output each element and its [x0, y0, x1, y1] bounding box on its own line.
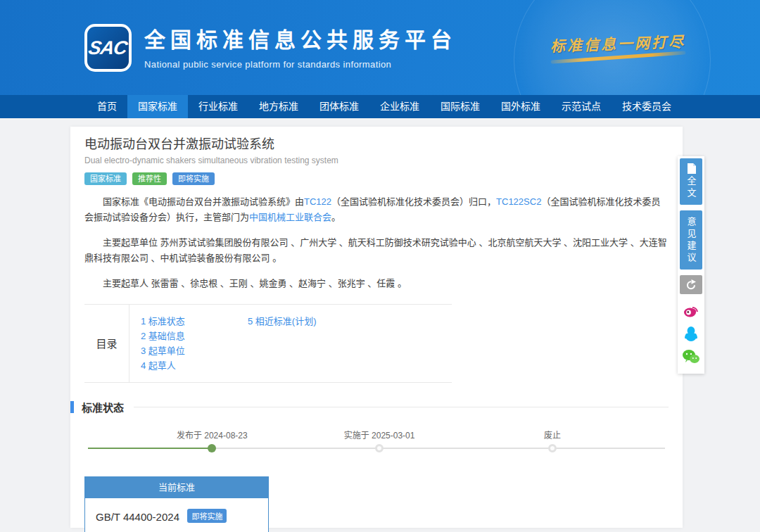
- paragraph-authority: 国家标准《电动振动台双台并激振动试验系统》由TC122（全国试验机标准化技术委员…: [84, 194, 669, 226]
- main-nav: 首页国家标准行业标准地方标准团体标准企业标准国际标准国外标准示范试点技术委员会: [0, 95, 760, 118]
- current-standard-body: GB/T 44400-2024 即将实施 电动振动台双台并激振动试验系统: [85, 498, 268, 532]
- document-icon: [687, 163, 696, 174]
- site-titles: 全国标准信息公共服务平台 National public service pla…: [144, 28, 457, 70]
- catalog-link-4[interactable]: 4 起草人: [141, 358, 248, 373]
- paragraph-drafting-units: 主要起草单位 苏州苏试试验集团股份有限公司 、广州大学 、航天科工防御技术研究试…: [84, 235, 669, 267]
- catalog-link-2[interactable]: 2 基础信息: [141, 329, 248, 343]
- text-segment: 国家标准《电动振动台双台并激振动试验系统》由: [103, 196, 304, 207]
- current-standard-header: 当前标准: [85, 477, 268, 498]
- timeline-node-1: [208, 444, 216, 452]
- tag-national-standard: 国家标准: [84, 172, 127, 185]
- sac-logo-text: SAC: [87, 37, 129, 59]
- side-toolbar: 全文 意见建议: [678, 156, 704, 374]
- section-standard-status: 标准状态: [70, 400, 669, 414]
- nav-item-local-standards[interactable]: 地方标准: [248, 95, 309, 118]
- timeline-label-1: 发布于 2024-08-23: [177, 429, 248, 441]
- content-card: 电动振动台双台并激振动试验系统 Dual electro-dynamic sha…: [70, 127, 683, 528]
- tag-to-be-implemented: 即将实施: [172, 172, 215, 185]
- standard-tags: 国家标准推荐性即将实施: [84, 172, 669, 185]
- text-segment: 。: [331, 212, 341, 222]
- sac-logo-mark: SAC: [87, 27, 129, 69]
- catalog-link-1[interactable]: 1 标准状态: [141, 314, 248, 329]
- text-segment: （全国试验机标准化技术委员会）归口，: [331, 196, 496, 207]
- nav-item-international-standards[interactable]: 国际标准: [430, 95, 490, 118]
- site-title: 全国标准信息公共服务平台: [144, 28, 457, 53]
- section-marker: [70, 401, 74, 413]
- status-timeline: 发布于 2024-08-23实施于 2025-03-01废止: [88, 426, 665, 461]
- catalog-links: 1 标准状态2 基础信息3 起草单位4 起草人5 相近标准(计划): [129, 305, 452, 382]
- nav-item-national-standards[interactable]: 国家标准: [127, 95, 188, 118]
- feedback-label: 意见建议: [685, 217, 698, 265]
- weibo-icon[interactable]: [682, 300, 701, 319]
- timeline-label-3: 废止: [544, 429, 561, 441]
- implementation-badge: 即将实施: [187, 509, 227, 523]
- timeline-node-3: [548, 444, 557, 452]
- header-slogan: 标准信息一网打尽: [550, 30, 685, 62]
- catalog-box: 目录 1 标准状态2 基础信息3 起草单位4 起草人5 相近标准(计划): [84, 304, 452, 383]
- nav-item-group-standards[interactable]: 团体标准: [309, 95, 369, 118]
- section-title: 标准状态: [82, 400, 124, 414]
- link-TC122SC2[interactable]: TC122SC2: [496, 196, 541, 207]
- timeline-progress: [88, 448, 212, 449]
- section-divider: [134, 407, 669, 407]
- share-button[interactable]: [680, 275, 702, 294]
- share-icon: [685, 279, 697, 290]
- standard-title-cn: 电动振动台双台并激振动试验系统: [84, 134, 669, 152]
- nav-item-enterprise-standards[interactable]: 企业标准: [369, 95, 430, 118]
- standard-code: GB/T 44400-2024: [96, 511, 179, 523]
- tag-recommended: 推荐性: [132, 172, 167, 185]
- standard-title-en: Dual electro-dynamic shakers simultaneou…: [84, 156, 669, 165]
- fulltext-button[interactable]: 全文: [680, 158, 702, 205]
- nav-item-demonstration-pilot[interactable]: 示范试点: [551, 95, 612, 118]
- site-subtitle: National public service platform for sta…: [144, 59, 457, 70]
- timeline-label-2: 实施于 2025-03-01: [344, 429, 415, 441]
- site-header: SAC 全国标准信息公共服务平台 National public service…: [0, 0, 760, 95]
- catalog-column-2: 5 相近标准(计划): [248, 314, 355, 373]
- wechat-icon[interactable]: [682, 347, 701, 366]
- feedback-button[interactable]: 意见建议: [680, 210, 702, 270]
- catalog-column-1: 1 标准状态2 基础信息3 起草单位4 起草人: [141, 314, 248, 373]
- fulltext-label: 全文: [685, 176, 698, 200]
- catalog-label: 目录: [84, 305, 129, 382]
- catalog-link-3[interactable]: 3 起草单位: [141, 343, 248, 358]
- nav-item-industry-standards[interactable]: 行业标准: [188, 95, 248, 118]
- qq-icon[interactable]: [682, 324, 701, 343]
- sac-logo[interactable]: SAC: [84, 24, 132, 72]
- link-TC122[interactable]: TC122: [304, 196, 331, 207]
- link-中国机械工业联合会[interactable]: 中国机械工业联合会: [249, 212, 331, 222]
- nav-item-foreign-standards[interactable]: 国外标准: [490, 95, 551, 118]
- timeline-node-2: [375, 444, 384, 452]
- catalog-link-5[interactable]: 5 相近标准(计划): [248, 314, 355, 329]
- paragraph-drafters: 主要起草人 张雷雷 、徐忠根 、王刚 、姚金勇 、赵海宁 、张兆宇 、任霞 。: [84, 276, 669, 291]
- current-standard-card[interactable]: 当前标准 GB/T 44400-2024 即将实施 电动振动台双台并激振动试验系…: [84, 476, 269, 532]
- nav-item-home[interactable]: 首页: [87, 95, 127, 118]
- nav-item-technical-committee[interactable]: 技术委员会: [612, 95, 682, 118]
